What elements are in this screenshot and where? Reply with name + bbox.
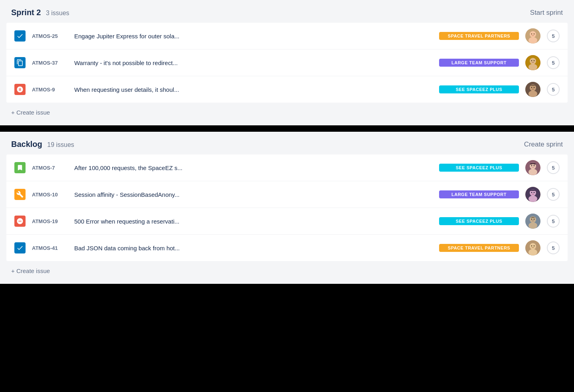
svg-point-29 [534,219,534,220]
table-row: ATMOS-41 Bad JSON data coming back from … [6,235,568,261]
svg-point-22 [528,196,537,202]
issue-id[interactable]: ATMOS-37 [32,60,68,66]
issue-icon-wrench [14,189,26,200]
issue-title: When requesting user details, it shoul..… [74,86,433,93]
issue-label[interactable]: SEE SPACEEZ PLUS [439,217,519,225]
issue-label[interactable]: SEE SPACEEZ PLUS [439,164,519,172]
svg-point-32 [528,249,537,255]
issue-icon-checkmark [14,30,26,42]
start-sprint-button[interactable]: Start sprint [530,9,563,17]
table-row: ATMOS-25 Engage Jupiter Express for oute… [6,23,568,49]
story-points: 5 [547,242,560,254]
svg-point-12 [528,91,537,97]
create-sprint-button[interactable]: Create sprint [524,141,563,148]
svg-point-34 [534,245,534,246]
story-points: 5 [547,188,560,201]
create-backlog-issue-button[interactable]: + Create issue [0,261,61,281]
issue-label[interactable]: LARGE TEAM SUPPORT [439,59,519,67]
story-points: 5 [547,83,560,96]
issue-icon-checkmark [14,242,26,253]
issue-id[interactable]: ATMOS-19 [32,218,68,224]
issue-title: Session affinity - SessionBasedAnony... [74,191,433,198]
svg-point-18 [531,165,532,166]
issue-title: 500 Error when requesting a reservati... [74,218,433,225]
svg-point-27 [528,222,537,229]
svg-point-7 [528,64,537,70]
svg-point-14 [534,87,534,88]
issue-label[interactable]: SPACE TRAVEL PARTNERS [439,244,519,252]
svg-point-33 [531,245,532,246]
issue-id[interactable]: ATMOS-9 [32,87,68,93]
svg-point-1 [530,31,536,38]
issue-id[interactable]: ATMOS-7 [32,165,68,171]
issue-title: After 100,000 requests, the SpaceEZ s... [74,164,433,171]
svg-point-19 [534,165,535,166]
table-row: ATMOS-19 500 Error when requesting a res… [6,208,568,235]
create-issue-button[interactable]: + Create issue [0,103,61,122]
story-points: 5 [547,161,560,174]
svg-point-2 [528,37,537,44]
story-points: 5 [547,215,560,228]
table-row: ATMOS-10 Session affinity - SessionBased… [6,181,568,208]
avatar [525,240,540,255]
issue-title: Engage Jupiter Express for outer sola... [74,33,433,40]
story-points: 5 [547,30,560,42]
svg-point-17 [528,169,537,175]
avatar [525,28,540,44]
backlog-issues-list: ATMOS-7 After 100,000 requests, the Spac… [6,154,568,261]
avatar [525,55,540,70]
svg-point-4 [534,34,534,34]
issue-icon-block [14,84,26,95]
sprint-issues-list: ATMOS-25 Engage Jupiter Express for oute… [6,23,568,103]
backlog-panel: Backlog 19 issues Create sprint ATMOS-7 … [0,132,574,284]
svg-point-13 [531,87,532,88]
sprint-title: Sprint 2 3 issues [11,8,69,17]
issue-label[interactable]: LARGE TEAM SUPPORT [439,190,519,198]
avatar [525,187,540,202]
svg-point-9 [534,60,534,61]
avatar [525,160,540,175]
sprint-header: Sprint 2 3 issues Start sprint [0,0,574,23]
avatar [525,82,540,97]
svg-point-24 [534,192,535,193]
divider [0,125,574,132]
svg-point-28 [531,219,532,220]
issue-icon-block-red [14,216,26,227]
svg-point-8 [531,60,532,61]
svg-point-3 [531,34,532,34]
table-row: ATMOS-37 Warranty - it's not possible to… [6,49,568,76]
issue-title: Bad JSON data coming back from hot... [74,245,433,251]
issue-title: Warranty - it's not possible to redirect… [74,59,433,66]
issue-icon-copy [14,57,26,68]
svg-point-31 [530,243,536,249]
avatar [525,214,540,229]
story-points: 5 [547,56,560,69]
issue-id[interactable]: ATMOS-25 [32,33,68,39]
backlog-header: Backlog 19 issues Create sprint [0,132,574,154]
issue-icon-bookmark [14,162,26,173]
issue-id[interactable]: ATMOS-41 [32,245,68,251]
svg-point-6 [530,58,536,64]
sprint-panel: Sprint 2 3 issues Start sprint ATMOS-25 … [0,0,574,125]
issue-label[interactable]: SEE SPACEEZ PLUS [439,85,519,93]
issue-id[interactable]: ATMOS-10 [32,192,68,198]
table-row: ATMOS-7 After 100,000 requests, the Spac… [6,154,568,181]
svg-point-23 [531,192,532,193]
backlog-title: Backlog 19 issues [11,140,74,149]
table-row: ATMOS-9 When requesting user details, it… [6,76,568,103]
issue-label[interactable]: SPACE TRAVEL PARTNERS [439,32,519,40]
